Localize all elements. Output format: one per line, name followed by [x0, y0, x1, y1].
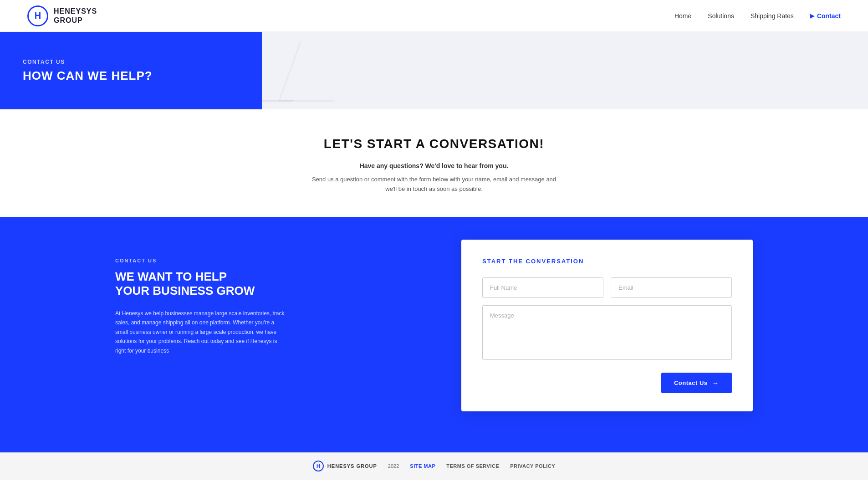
footer-site-map[interactable]: SITE MAP: [410, 463, 435, 469]
hero-label: CONTACT US: [23, 59, 239, 65]
header: H HENEYSYS GROUP Home Solutions Shipping…: [0, 0, 868, 32]
form-name-email-row: [482, 277, 732, 298]
footer-logo-icon: H: [313, 461, 324, 472]
brand-name: HENEYSYS GROUP: [54, 7, 97, 24]
contact-left-label: CONTACT US: [115, 258, 288, 263]
contact-left-description: At Henesys we help businesses manage lar…: [115, 309, 288, 355]
form-title: START THE CONVERSATION: [482, 258, 732, 265]
contact-inner: CONTACT US WE WANT TO HELP YOUR BUSINESS…: [115, 244, 753, 416]
nav-home[interactable]: Home: [674, 12, 691, 20]
email-input[interactable]: [611, 277, 732, 298]
contact-section: CONTACT US WE WANT TO HELP YOUR BUSINESS…: [0, 217, 868, 452]
nav-contact[interactable]: ▶ Contact: [810, 12, 841, 20]
form-submit-row: Contact Us →: [482, 373, 732, 393]
conversation-description: Send us a question or comment with the f…: [311, 175, 557, 194]
hero-right: [262, 32, 868, 109]
message-textarea[interactable]: [482, 305, 732, 360]
submit-label: Contact Us: [674, 379, 708, 386]
hero-left: CONTACT US HOW CAN WE HELP?: [0, 32, 262, 109]
contact-left: CONTACT US WE WANT TO HELP YOUR BUSINESS…: [115, 244, 288, 355]
footer-logo: H HENESYS GROUP: [313, 461, 377, 472]
full-name-input[interactable]: [482, 277, 603, 298]
footer-privacy[interactable]: PRIVACY POLICY: [510, 463, 555, 469]
contact-left-title: WE WANT TO HELP YOUR BUSINESS GROW: [115, 270, 288, 298]
logo-icon: H: [27, 5, 48, 26]
hero-title: HOW CAN WE HELP?: [23, 69, 239, 83]
conversation-subtitle: Have any questions? We'd love to hear fr…: [9, 162, 859, 169]
conversation-title: LET'S START A CONVERSATION!: [9, 137, 859, 151]
main-nav: Home Solutions Shipping Rates ▶ Contact: [674, 12, 841, 20]
footer-terms[interactable]: TERMS OF SERVICE: [446, 463, 499, 469]
logo-area: H HENEYSYS GROUP: [27, 5, 97, 26]
arrow-icon: →: [712, 379, 720, 387]
conversation-section: LET'S START A CONVERSATION! Have any que…: [0, 109, 868, 217]
footer-brand: HENESYS GROUP: [327, 463, 377, 469]
contact-us-button[interactable]: Contact Us →: [661, 373, 732, 393]
form-card: START THE CONVERSATION Contact Us →: [461, 240, 753, 411]
hero-banner: CONTACT US HOW CAN WE HELP?: [0, 32, 868, 109]
nav-solutions[interactable]: Solutions: [708, 12, 734, 20]
footer-year: 2022: [388, 463, 399, 469]
nav-shipping-rates[interactable]: Shipping Rates: [751, 12, 794, 20]
play-icon: ▶: [810, 13, 814, 19]
footer: H HENESYS GROUP 2022 SITE MAP TERMS OF S…: [0, 452, 868, 480]
